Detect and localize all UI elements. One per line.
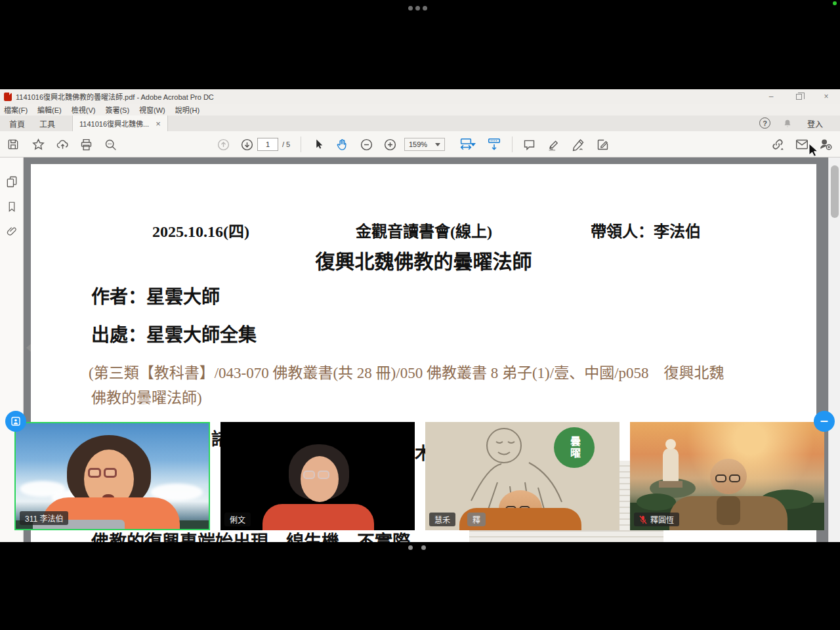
meeting-control-dots[interactable] [408, 6, 427, 10]
dot [408, 545, 413, 550]
pdf-leader: 帶領人：李法伯 [591, 219, 701, 242]
avatar-glasses [88, 468, 117, 478]
participant-name-text: 釋圓恆 [650, 514, 674, 525]
mouse-cursor [808, 143, 821, 159]
highlighter-icon[interactable] [541, 131, 565, 158]
dot [423, 6, 427, 10]
letterbox-top [0, 0, 840, 89]
tab-document-label: 1141016復興北魏佛... [79, 118, 149, 129]
robe-collar [717, 496, 740, 525]
select-tool-icon[interactable] [307, 131, 331, 158]
tab-document[interactable]: 1141016復興北魏佛... × [72, 116, 168, 131]
share-link-icon[interactable] [766, 131, 789, 158]
page-number-input[interactable]: 1 [257, 138, 278, 151]
bookmarks-icon[interactable] [0, 196, 24, 218]
participant-video-4[interactable]: 釋圓恆 [630, 422, 824, 530]
star-icon[interactable] [26, 131, 50, 158]
avatar-body [262, 504, 374, 530]
print-icon[interactable] [74, 131, 98, 158]
menu-edit[interactable]: 編輯(E) [37, 104, 62, 115]
search-icon[interactable] [98, 131, 122, 158]
title-bar: 1141016復興北魏佛教的曇曜法師.pdf - Adobe Acrobat P… [0, 89, 840, 104]
pdf-source: 出處：星雲大師全集 [91, 320, 257, 346]
toolbar-divider [512, 136, 513, 152]
fill-sign-icon[interactable] [591, 131, 614, 158]
next-page-icon[interactable] [235, 131, 259, 158]
speaker-view-icon [10, 415, 22, 427]
gallery-page-dots[interactable] [408, 545, 426, 550]
cover-title-seal: 曇曜 [554, 427, 595, 468]
fit-width-chevron-icon[interactable] [469, 131, 478, 158]
help-icon[interactable]: ? [759, 117, 770, 129]
hide-thumbnails-button[interactable] [814, 411, 835, 432]
zoom-level-select[interactable]: 159% [404, 138, 445, 151]
pdf-date: 2025.10.16(四) [152, 219, 249, 242]
menu-sign[interactable]: 簽署(S) [105, 104, 129, 115]
page-total-label: / 5 [282, 131, 290, 158]
pdf-author: 作者：星雲大師 [91, 282, 220, 308]
pdf-reference-line2: 佛教的曇曜法師) [91, 385, 202, 408]
letterbox-bottom [0, 542, 840, 630]
avatar-glasses [303, 471, 329, 479]
signin-button[interactable]: 登入 [807, 116, 823, 131]
collapse-panel-icon[interactable] [26, 344, 31, 352]
menu-help[interactable]: 說明(H) [175, 104, 200, 115]
menu-view[interactable]: 檢視(V) [72, 104, 96, 115]
tab-home[interactable]: 首頁 [9, 116, 25, 131]
mic-muted-icon [639, 515, 647, 524]
chevron-down-icon [435, 143, 440, 146]
cloud-upload-icon[interactable] [51, 131, 74, 158]
page-thumbnails-icon[interactable] [0, 171, 24, 193]
buddha-head [665, 439, 676, 450]
dot [415, 6, 420, 10]
status-indicator-dot [833, 1, 837, 5]
close-button[interactable]: × [812, 89, 840, 104]
pdf-event: 金觀音讀書會(線上) [356, 219, 492, 242]
pdf-reference-line1: (第三類【教科書】/043-070 佛教叢書(共 28 冊)/050 佛教叢書 … [89, 360, 724, 383]
restore-button[interactable] [785, 89, 812, 104]
restore-icon [796, 94, 802, 100]
participant-name-badge: 311 李法伯 [20, 511, 68, 525]
participant-video-1[interactable]: 311 李法伯 [14, 422, 210, 530]
statue-base [659, 481, 682, 488]
main-toolbar: 1 / 5 159% [0, 131, 840, 158]
sign-pen-icon[interactable] [566, 131, 590, 158]
cover-title-text: 曇曜 [566, 436, 582, 459]
participant-video-2[interactable]: 俐文 [220, 422, 415, 530]
toolbar-divider [301, 136, 301, 152]
menu-bar: 檔案(F) 編輯(E) 檢視(V) 簽署(S) 視窗(W) 說明(H) [0, 104, 840, 116]
minimize-button[interactable]: – [757, 89, 785, 104]
participant-name-badge: 俐文 [224, 513, 251, 526]
pdf-file-icon [4, 93, 12, 101]
comment-icon[interactable] [517, 131, 541, 158]
buddha-statue [663, 448, 679, 482]
menu-window[interactable]: 視窗(W) [139, 104, 165, 115]
menu-file[interactable]: 檔案(F) [4, 104, 28, 115]
zoom-in-icon[interactable] [378, 131, 402, 158]
hand-tool-icon[interactable] [330, 131, 354, 158]
tab-close-icon[interactable]: × [156, 119, 161, 129]
attachments-icon[interactable] [0, 220, 24, 243]
vertical-scrollbar[interactable] [828, 158, 840, 542]
save-icon[interactable] [1, 131, 25, 158]
bell-icon[interactable] [782, 116, 793, 131]
toolbar-position-icon[interactable] [482, 131, 506, 158]
zoom-level-value: 159% [409, 140, 427, 148]
participant-video-3[interactable]: 曇曜 慧禾 釋 [425, 422, 620, 530]
avatar-face [301, 456, 339, 502]
avatar-glasses [715, 474, 740, 482]
dot [421, 545, 426, 550]
tree-top [637, 494, 676, 511]
tab-bar: 首頁 工具 1141016復興北魏佛... × ? 登入 [0, 116, 840, 131]
zoom-out-icon[interactable] [354, 131, 378, 158]
switch-view-button[interactable] [5, 411, 26, 432]
dot [408, 6, 413, 10]
participant-name-badge: 釋圓恆 [634, 513, 679, 526]
previous-page-icon[interactable] [211, 131, 235, 158]
minus-icon [819, 416, 830, 427]
screen: 1141016復興北魏佛教的曇曜法師.pdf - Adobe Acrobat P… [0, 0, 840, 630]
participant-name-badge-overlap: 釋 [467, 513, 486, 526]
scrollbar-thumb[interactable] [831, 165, 839, 218]
tab-tools[interactable]: 工具 [39, 116, 55, 131]
participant-name-badge: 慧禾 [429, 513, 455, 526]
